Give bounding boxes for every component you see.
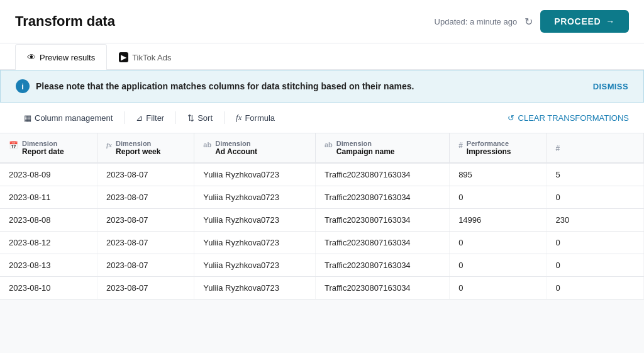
table-row: 2023-08-082023-08-07Yuliia Ryzhkova0723T… xyxy=(0,209,644,232)
cell-row3-col2: Yuliia Ryzhkova0723 xyxy=(194,232,316,254)
fx-icon: fx xyxy=(106,141,112,148)
cell-row5-col2: Yuliia Ryzhkova0723 xyxy=(194,277,316,300)
cell-row2-col0: 2023-08-08 xyxy=(0,209,97,232)
col-extra[interactable]: # xyxy=(547,133,643,163)
notice-left: i Please note that the application match… xyxy=(16,79,414,93)
ab-icon-2: ab xyxy=(325,141,333,148)
filter-icon: ⊿ xyxy=(136,113,143,123)
tab-tiktok-label: TikTok Ads xyxy=(132,53,171,62)
table-body: 2023-08-092023-08-07Yuliia Ryzhkova0723T… xyxy=(0,163,644,300)
col-ad-account[interactable]: ab Dimension Ad Account xyxy=(194,133,316,163)
updated-text: Updated: a minute ago xyxy=(435,17,518,26)
cell-row2-col5: 230 xyxy=(547,209,643,232)
cell-row5-col0: 2023-08-10 xyxy=(0,277,97,300)
table-row: 2023-08-102023-08-07Yuliia Ryzhkova0723T… xyxy=(0,277,644,300)
toolbar-right: ↺ CLEAR TRANSFORMATIONS xyxy=(508,113,629,123)
tab-preview-label: Preview results xyxy=(40,53,95,62)
notice-text: Please note that the application matches… xyxy=(36,81,414,91)
table-row: 2023-08-122023-08-07Yuliia Ryzhkova0723T… xyxy=(0,232,644,254)
calendar-icon: 📅 xyxy=(9,141,18,150)
cell-row1-col4: 0 xyxy=(450,186,547,209)
cell-row5-col4: 0 xyxy=(450,277,547,300)
toolbar-separator-1 xyxy=(124,111,125,124)
arrow-right-icon: → xyxy=(606,16,615,26)
tabs-bar: 👁 Preview results ▶ TikTok Ads xyxy=(0,43,644,70)
table-row: 2023-08-092023-08-07Yuliia Ryzhkova0723T… xyxy=(0,163,644,186)
tab-tiktok[interactable]: ▶ TikTok Ads xyxy=(107,44,183,70)
cell-row4-col0: 2023-08-13 xyxy=(0,254,97,277)
column-management-label: Column management xyxy=(35,113,113,123)
cell-row3-col4: 0 xyxy=(450,232,547,254)
data-table: 📅 Dimension Report date fx Dimension Rep… xyxy=(0,133,644,300)
cell-row4-col1: 2023-08-07 xyxy=(97,254,194,277)
tab-preview[interactable]: 👁 Preview results xyxy=(15,44,107,70)
cell-row0-col0: 2023-08-09 xyxy=(0,163,97,186)
cell-row1-col5: 0 xyxy=(547,186,643,209)
hash-icon-2: # xyxy=(556,144,560,153)
column-management-button[interactable]: ▦ Column management xyxy=(15,109,121,126)
cell-row4-col2: Yuliia Ryzhkova0723 xyxy=(194,254,316,277)
tiktok-icon: ▶ xyxy=(119,52,128,62)
formula-button[interactable]: fx Formula xyxy=(227,109,284,126)
clear-icon: ↺ xyxy=(508,113,514,123)
cell-row2-col4: 14996 xyxy=(450,209,547,232)
cell-row5-col5: 0 xyxy=(547,277,643,300)
eye-icon: 👁 xyxy=(27,52,36,62)
info-icon: i xyxy=(16,79,30,93)
top-bar-right: Updated: a minute ago ↻ PROCEED → xyxy=(435,10,629,33)
formula-icon: fx xyxy=(236,113,242,123)
cell-row4-col5: 0 xyxy=(547,254,643,277)
hash-icon-1: # xyxy=(458,141,463,150)
top-bar: Transform data Updated: a minute ago ↻ P… xyxy=(0,0,644,43)
cell-row1-col3: Traffic20230807163034 xyxy=(315,186,449,209)
cell-row3-col5: 0 xyxy=(547,232,643,254)
notice-bar: i Please note that the application match… xyxy=(0,70,644,103)
col-report-week[interactable]: fx Dimension Report week xyxy=(97,133,194,163)
filter-label: Filter xyxy=(146,113,164,123)
cell-row0-col2: Yuliia Ryzhkova0723 xyxy=(194,163,316,186)
sort-button[interactable]: ⇅ Sort xyxy=(179,109,221,126)
refresh-icon[interactable]: ↻ xyxy=(525,16,533,28)
data-table-container: 📅 Dimension Report date fx Dimension Rep… xyxy=(0,133,644,300)
cell-row0-col1: 2023-08-07 xyxy=(97,163,194,186)
cell-row5-col3: Traffic20230807163034 xyxy=(315,277,449,300)
cell-row3-col3: Traffic20230807163034 xyxy=(315,232,449,254)
sort-icon: ⇅ xyxy=(187,113,194,123)
cell-row1-col0: 2023-08-11 xyxy=(0,186,97,209)
table-row: 2023-08-132023-08-07Yuliia Ryzhkova0723T… xyxy=(0,254,644,277)
cell-row2-col3: Traffic20230807163034 xyxy=(315,209,449,232)
clear-label: CLEAR TRANSFORMATIONS xyxy=(518,113,629,123)
filter-button[interactable]: ⊿ Filter xyxy=(127,109,173,126)
cell-row4-col4: 0 xyxy=(450,254,547,277)
col-report-date[interactable]: 📅 Dimension Report date xyxy=(0,133,97,163)
toolbar-separator-2 xyxy=(175,111,176,124)
cell-row5-col1: 2023-08-07 xyxy=(97,277,194,300)
toolbar-separator-3 xyxy=(224,111,225,124)
cell-row0-col5: 5 xyxy=(547,163,643,186)
table-header-row: 📅 Dimension Report date fx Dimension Rep… xyxy=(0,133,644,163)
cell-row0-col3: Traffic20230807163034 xyxy=(315,163,449,186)
col-impressions[interactable]: # Performance Impressions xyxy=(450,133,547,163)
formula-label: Formula xyxy=(245,113,275,123)
ab-icon-1: ab xyxy=(203,141,211,148)
cell-row2-col1: 2023-08-07 xyxy=(97,209,194,232)
column-management-icon: ▦ xyxy=(24,113,31,123)
cell-row3-col1: 2023-08-07 xyxy=(97,232,194,254)
proceed-button[interactable]: PROCEED → xyxy=(540,10,629,33)
cell-row4-col3: Traffic20230807163034 xyxy=(315,254,449,277)
clear-transformations-button[interactable]: ↺ CLEAR TRANSFORMATIONS xyxy=(508,113,629,123)
cell-row1-col2: Yuliia Ryzhkova0723 xyxy=(194,186,316,209)
sort-label: Sort xyxy=(197,113,213,123)
col-campaign-name[interactable]: ab Dimension Campaign name xyxy=(315,133,449,163)
page-title: Transform data xyxy=(15,13,115,30)
cell-row0-col4: 895 xyxy=(450,163,547,186)
cell-row3-col0: 2023-08-12 xyxy=(0,232,97,254)
table-row: 2023-08-112023-08-07Yuliia Ryzhkova0723T… xyxy=(0,186,644,209)
toolbar: ▦ Column management ⊿ Filter ⇅ Sort fx F… xyxy=(0,103,644,133)
cell-row2-col2: Yuliia Ryzhkova0723 xyxy=(194,209,316,232)
dismiss-button[interactable]: DISMISS xyxy=(593,82,628,91)
cell-row1-col1: 2023-08-07 xyxy=(97,186,194,209)
